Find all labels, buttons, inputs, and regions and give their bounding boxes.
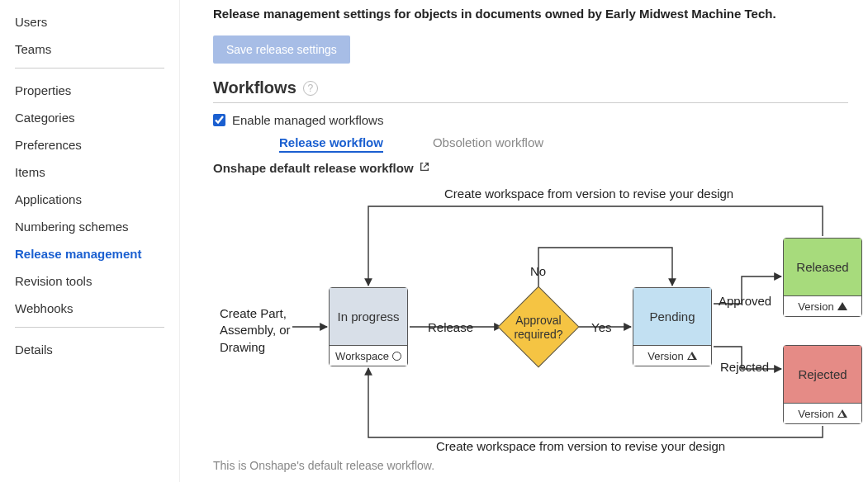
enable-managed-workflows-checkbox[interactable] xyxy=(213,114,225,126)
node-pending-foot: Version xyxy=(647,350,683,362)
sidebar-item-users[interactable]: Users xyxy=(15,8,164,35)
workflow-tabs: Release workflow Obsoletion workflow xyxy=(213,135,848,153)
sidebar-item-numbering-schemes[interactable]: Numbering schemes xyxy=(15,213,164,240)
save-release-settings-button[interactable]: Save release settings xyxy=(213,35,350,64)
page-heading: Release management settings for objects … xyxy=(213,7,848,21)
sidebar-item-applications[interactable]: Applications xyxy=(15,186,164,213)
approved-label: Approved xyxy=(719,294,771,308)
workflows-section-title: Workflows ? xyxy=(213,78,848,103)
version-triangle-filled-icon xyxy=(837,302,847,310)
sidebar-item-categories[interactable]: Categories xyxy=(15,104,164,131)
rejected-label: Rejected xyxy=(720,360,769,374)
workflow-diagram: Create Part, Assembly, or Drawing In pro… xyxy=(213,182,866,454)
node-pending-title: Pending xyxy=(633,288,711,346)
node-rejected-title: Rejected xyxy=(784,346,861,404)
node-released-foot: Version xyxy=(798,300,833,313)
release-label: Release xyxy=(428,320,473,334)
node-in-progress-foot: Workspace xyxy=(335,350,389,362)
enable-managed-workflows-label: Enable managed workflows xyxy=(232,113,383,127)
no-label: No xyxy=(530,264,546,278)
default-workflow-label: Onshape default release workflow xyxy=(213,161,414,175)
workflow-caption: This is Onshape's default release workfl… xyxy=(213,459,848,472)
tab-release-workflow[interactable]: Release workflow xyxy=(279,135,383,153)
workflows-label: Workflows xyxy=(213,78,296,97)
sidebar-item-preferences[interactable]: Preferences xyxy=(15,131,164,158)
node-released-title: Released xyxy=(784,239,861,296)
tab-obsoletion-workflow[interactable]: Obsoletion workflow xyxy=(433,135,543,153)
sidebar-item-release-management[interactable]: Release management xyxy=(15,240,164,267)
node-rejected-foot: Version xyxy=(798,408,833,420)
sidebar-item-teams[interactable]: Teams xyxy=(15,35,164,63)
revise-bottom-label: Create workspace from version to revise … xyxy=(436,439,725,453)
decision-text: Approval required? xyxy=(499,314,578,342)
main-content: Release management settings for objects … xyxy=(180,0,868,482)
yes-label: Yes xyxy=(591,320,611,334)
node-pending: Pending Version xyxy=(633,287,712,366)
enable-managed-workflows-row[interactable]: Enable managed workflows xyxy=(213,113,848,127)
version-triangle-icon xyxy=(837,409,847,418)
external-link-icon[interactable] xyxy=(419,161,430,175)
node-in-progress-title: In progress xyxy=(330,288,407,346)
sidebar-item-webhooks[interactable]: Webhooks xyxy=(15,295,164,322)
sidebar-item-items[interactable]: Items xyxy=(15,158,164,186)
sidebar-item-revision-tools[interactable]: Revision tools xyxy=(15,267,164,295)
version-triangle-icon xyxy=(687,352,697,360)
default-workflow-subheading: Onshape default release workflow xyxy=(213,161,848,175)
sidebar-item-properties[interactable]: Properties xyxy=(15,77,164,104)
revise-top-label: Create workspace from version to revise … xyxy=(444,187,733,201)
decision-approval-required: Approval required? xyxy=(499,287,578,366)
workspace-circle-icon xyxy=(392,352,401,361)
sidebar: Users Teams Properties Categories Prefer… xyxy=(0,0,180,482)
node-in-progress: In progress Workspace xyxy=(329,287,408,366)
create-part-label: Create Part, Assembly, or Drawing xyxy=(220,305,319,356)
node-released: Released Version xyxy=(783,238,862,317)
sidebar-item-details[interactable]: Details xyxy=(15,336,164,363)
node-rejected: Rejected Version xyxy=(783,345,862,424)
help-icon[interactable]: ? xyxy=(303,81,318,96)
